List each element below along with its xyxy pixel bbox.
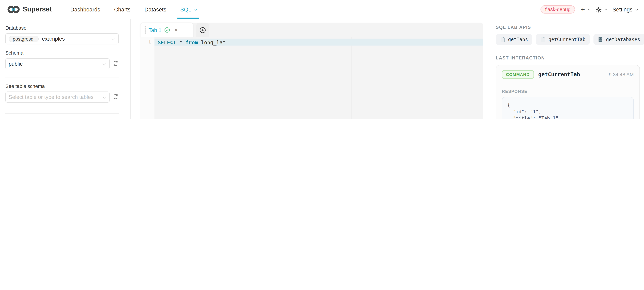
get-tabs-button[interactable]: getTabs: [496, 34, 532, 45]
theme-toggle-button[interactable]: [596, 6, 607, 13]
page-icon: [500, 36, 505, 42]
table-select-placeholder: Select table or type to search tables: [8, 94, 94, 100]
nav-item-charts[interactable]: Charts: [107, 0, 138, 19]
editor-tab-1[interactable]: Tab 1 ✕: [140, 22, 193, 37]
superset-logo[interactable]: Superset: [8, 5, 52, 14]
drag-handle-icon[interactable]: [144, 26, 146, 34]
apis-title: SQL LAB APIS: [496, 24, 640, 29]
plus-icon: +: [581, 6, 585, 13]
chevron-down-icon: [112, 37, 115, 40]
plus-circle-icon: [199, 26, 206, 33]
settings-menu[interactable]: Settings: [612, 6, 638, 13]
sql-statement: SELECT * from long_lat: [158, 39, 226, 46]
print-margin: [351, 37, 352, 119]
nav-item-dashboards[interactable]: Dashboards: [63, 0, 107, 19]
get-current-tab-button[interactable]: getCurrentTab: [536, 34, 590, 45]
sql-lab-apis-panel: SQL LAB APIS getTabs getCurrentTab: [489, 19, 644, 119]
nav-right: flask-debug + Settings: [540, 5, 638, 14]
editor-tab-title: Tab 1: [148, 27, 162, 33]
new-tab-button[interactable]: [196, 22, 209, 37]
database-engine-tag: postgresql: [8, 35, 38, 42]
editor-gutter: 1: [140, 37, 154, 119]
divider: [6, 113, 119, 114]
environment-badge: flask-debug: [540, 5, 575, 14]
close-tab-icon[interactable]: ✕: [174, 27, 178, 33]
nav-items: Dashboards Charts Datasets SQL: [63, 0, 204, 19]
sidebar: Database postgresql examples Schema publ…: [0, 19, 130, 119]
database-label: Database: [6, 25, 119, 31]
chevron-down-icon: [635, 7, 638, 10]
response-json: { "id": "1", "title": "Tab 1", "editor":…: [502, 97, 634, 119]
command-badge: COMMAND: [502, 70, 534, 79]
interaction-header: COMMAND getCurrentTab 9:34:48 AM: [496, 65, 640, 84]
chevron-down-icon: [604, 7, 608, 10]
database-value: examples: [42, 36, 65, 42]
divider: [6, 78, 119, 78]
nav-item-sql[interactable]: SQL: [174, 0, 204, 19]
check-circle-icon: [164, 27, 170, 33]
command-name: getCurrentTab: [538, 71, 580, 78]
brand-name: Superset: [22, 5, 52, 14]
navbar: Superset Dashboards Charts Datasets SQL …: [0, 0, 644, 19]
superset-logo-icon: [8, 5, 20, 14]
refresh-schemas-button[interactable]: [112, 60, 119, 68]
schema-label: Schema: [6, 50, 119, 56]
page-icon: [541, 36, 546, 42]
sql-editor-pane: Tab 1 ✕: [130, 19, 489, 119]
api-buttons: getTabs getCurrentTab: [496, 34, 640, 45]
refresh-icon: [112, 60, 119, 66]
schema-value: public: [8, 61, 22, 67]
sql-code-editor[interactable]: 1 SELECT * from long_lat: [140, 37, 483, 119]
add-new-button[interactable]: +: [581, 6, 590, 13]
response-label: RESPONSE: [496, 84, 640, 97]
last-interaction-card: COMMAND getCurrentTab 9:34:48 AM RESPONS…: [496, 65, 640, 119]
table-select[interactable]: Select table or type to search tables: [6, 92, 110, 103]
chevron-down-icon: [588, 7, 591, 10]
refresh-icon: [112, 94, 119, 100]
database-select[interactable]: postgresql examples: [6, 33, 119, 44]
chevron-down-icon: [102, 95, 106, 99]
chevron-down-icon: [194, 7, 198, 10]
line-number: 1: [140, 37, 154, 45]
get-databases-button[interactable]: getDatabases: [594, 34, 644, 45]
superset-sql-lab: Superset Dashboards Charts Datasets SQL …: [0, 0, 644, 119]
command-timestamp: 9:34:48 AM: [609, 72, 634, 77]
content: Database postgresql examples Schema publ…: [0, 19, 644, 119]
nav-item-datasets[interactable]: Datasets: [138, 0, 174, 19]
cabinet-icon: [598, 36, 603, 42]
table-schema-label: See table schema: [6, 83, 119, 89]
refresh-tables-button[interactable]: [112, 94, 119, 101]
chevron-down-icon: [102, 62, 106, 65]
sun-icon: [596, 6, 602, 13]
schema-select[interactable]: public: [6, 58, 110, 69]
last-interaction-title: LAST INTERACTION: [496, 55, 640, 60]
editor-tabstrip: Tab 1 ✕: [140, 22, 483, 37]
